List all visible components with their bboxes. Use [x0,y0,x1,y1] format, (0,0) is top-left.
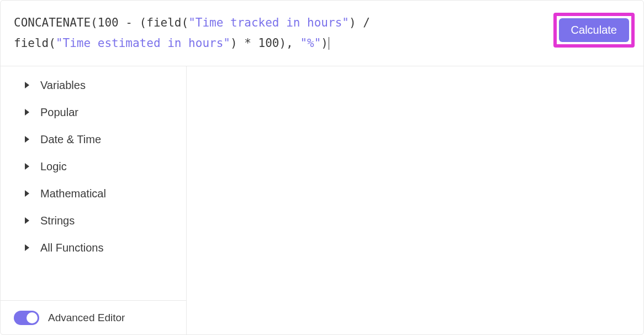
formula-bar: CONCATENATE(100 - (field("Time tracked i… [1,1,643,66]
category-label: Variables [40,79,86,92]
formula-token: 100 [258,36,279,50]
sidebar-footer: Advanced Editor [1,300,186,335]
formula-input[interactable]: CONCATENATE(100 - (field("Time tracked i… [14,13,545,54]
advanced-editor-toggle[interactable] [14,311,39,325]
calculate-button[interactable]: Calculate [559,18,629,42]
formula-token: "%" [300,36,321,50]
formula-token: "Time estimated in hours" [56,36,230,50]
formula-token: ) / [349,16,377,29]
formula-token: ) * [230,36,258,50]
chevron-right-icon [25,136,29,143]
chevron-right-icon [25,190,29,197]
calculate-highlight: Calculate [553,13,635,48]
category-label: All Functions [40,242,104,254]
formula-token: ) [321,36,328,50]
chevron-right-icon [25,244,29,251]
toggle-knob [27,312,38,323]
category-label: Popular [40,106,78,119]
advanced-editor-label: Advanced Editor [48,312,125,324]
category-item[interactable]: Variables [1,72,186,99]
category-item[interactable]: All Functions [1,234,186,261]
formula-token: ), [279,36,300,50]
formula-token: field [146,16,181,29]
main-area: VariablesPopularDate & TimeLogicMathemat… [1,66,643,335]
text-cursor [329,37,329,50]
category-label: Date & Time [40,133,101,146]
formula-token: ( [181,16,188,29]
category-item[interactable]: Strings [1,207,186,234]
chevron-right-icon [25,217,29,224]
chevron-right-icon [25,82,29,88]
formula-token: 100 [98,16,119,29]
category-item[interactable]: Date & Time [1,126,186,153]
formula-token: - ( [119,16,147,29]
formula-token: field [14,36,49,50]
chevron-right-icon [25,163,29,170]
formula-token: ( [91,16,98,29]
category-item[interactable]: Logic [1,153,186,180]
content-pane [187,66,643,335]
formula-token: "Time tracked in hours" [188,16,349,29]
category-item[interactable]: Popular [1,99,186,126]
formula-token: ( [49,36,56,50]
category-label: Logic [40,160,67,173]
category-item[interactable]: Mathematical [1,180,186,207]
chevron-right-icon [25,109,29,116]
sidebar: VariablesPopularDate & TimeLogicMathemat… [1,66,187,335]
category-list: VariablesPopularDate & TimeLogicMathemat… [1,66,186,300]
category-label: Mathematical [40,187,106,200]
category-label: Strings [40,214,75,227]
formula-token: CONCATENATE [14,16,91,29]
